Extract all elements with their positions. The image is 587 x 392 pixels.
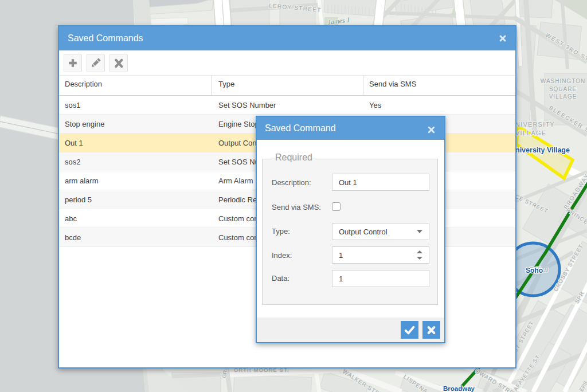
svg-text:Broadway: Broadway (443, 385, 475, 392)
svg-text:SQUARE: SQUARE (549, 86, 577, 92)
svg-text:VILLAGE: VILLAGE (549, 93, 577, 100)
svg-text:VILLAGE: VILLAGE (515, 130, 546, 136)
svg-text:GR: GR (221, 370, 228, 378)
svg-text:NIVERSITY: NIVERSITY (515, 121, 555, 128)
svg-text:niversity Village: niversity Village (515, 146, 570, 154)
svg-text:Soho: Soho (526, 266, 543, 275)
svg-text:WASHINGTON: WASHINGTON (541, 78, 585, 84)
